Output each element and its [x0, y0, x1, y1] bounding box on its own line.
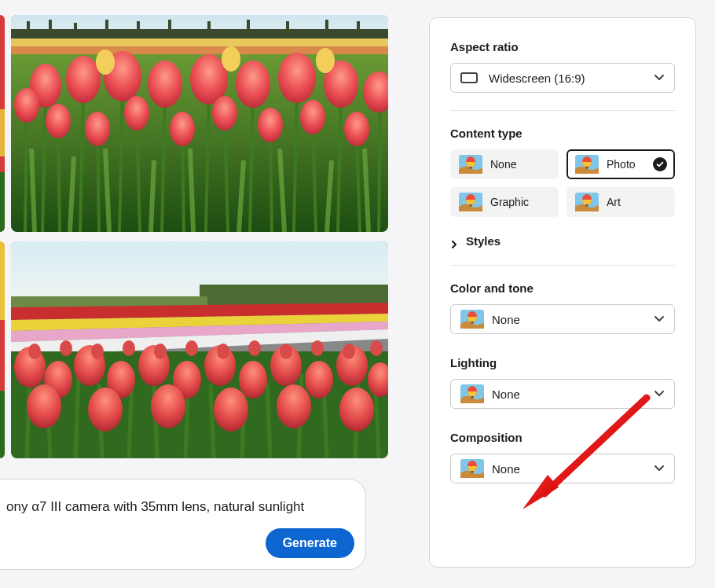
content-type-graphic[interactable]: Graphic	[450, 187, 559, 217]
check-icon	[653, 157, 667, 171]
generated-image[interactable]	[11, 241, 388, 458]
balloon-icon	[460, 384, 484, 403]
lighting-select[interactable]: None	[450, 379, 675, 409]
svg-line-30	[182, 133, 184, 232]
svg-point-54	[236, 61, 270, 108]
svg-point-101	[305, 361, 333, 399]
chevron-down-icon	[654, 388, 665, 399]
svg-point-110	[28, 344, 41, 359]
balloon-icon	[459, 155, 482, 174]
svg-line-40	[31, 149, 35, 232]
svg-point-111	[60, 340, 72, 356]
prompt-input[interactable]: ony α7 III camera with 35mm lens, natura…	[0, 498, 365, 516]
svg-point-104	[27, 384, 61, 428]
balloon-icon	[575, 193, 599, 211]
styles-label: Styles	[466, 234, 500, 248]
svg-line-43	[151, 160, 154, 232]
svg-point-119	[311, 340, 324, 356]
svg-point-121	[370, 340, 383, 356]
svg-point-63	[212, 96, 237, 130]
balloon-icon	[459, 193, 482, 211]
chevron-down-icon	[654, 463, 665, 474]
svg-point-105	[88, 388, 123, 432]
svg-rect-4	[0, 320, 5, 391]
svg-line-34	[270, 129, 272, 232]
svg-rect-15	[247, 20, 250, 31]
svg-point-66	[344, 112, 369, 146]
svg-rect-8	[27, 21, 30, 31]
svg-line-44	[190, 149, 193, 232]
svg-point-59	[46, 104, 71, 138]
divider	[450, 265, 675, 266]
svg-rect-9	[49, 20, 52, 31]
svg-rect-1	[0, 109, 5, 156]
svg-rect-7	[11, 29, 388, 40]
content-type-option-label: Graphic	[490, 196, 529, 208]
content-type-option-label: Photo	[607, 158, 636, 171]
chevron-down-icon	[654, 72, 665, 83]
prompt-box: ony α7 III camera with 35mm lens, natura…	[0, 479, 366, 570]
svg-point-69	[316, 48, 335, 73]
content-type-photo[interactable]: Photo	[566, 149, 675, 179]
svg-rect-122	[461, 73, 477, 83]
svg-point-99	[239, 361, 267, 399]
balloon-icon	[460, 310, 484, 329]
svg-point-67	[96, 50, 115, 75]
svg-point-107	[214, 388, 248, 432]
svg-rect-13	[168, 20, 171, 31]
content-type-none[interactable]: None	[450, 149, 559, 179]
chevron-down-icon	[654, 314, 665, 325]
generate-button[interactable]: Generate	[266, 528, 354, 558]
svg-point-114	[154, 344, 167, 359]
svg-point-109	[339, 388, 374, 432]
svg-point-68	[222, 46, 240, 72]
svg-point-58	[14, 88, 39, 123]
prev-result-sliver	[0, 15, 5, 232]
svg-point-64	[258, 108, 283, 142]
svg-line-22	[25, 109, 27, 232]
composition-label: Composition	[450, 431, 675, 444]
widescreen-icon	[460, 72, 478, 84]
content-type-option-label: Art	[607, 196, 621, 208]
svg-line-39	[379, 101, 380, 232]
balloon-icon	[575, 155, 599, 174]
styles-toggle[interactable]: Styles	[450, 234, 675, 248]
composition-value: None	[492, 462, 520, 476]
svg-rect-5	[0, 391, 5, 458]
balloon-icon	[460, 459, 484, 478]
composition-select[interactable]: None	[450, 454, 675, 483]
prev-result-sliver	[0, 241, 5, 458]
content-type-option-label: None	[490, 158, 516, 171]
svg-rect-10	[74, 23, 77, 31]
svg-point-61	[124, 96, 149, 130]
color-tone-value: None	[492, 313, 520, 326]
svg-point-117	[248, 340, 261, 356]
svg-point-55	[278, 53, 316, 103]
svg-point-116	[217, 344, 229, 359]
lighting-value: None	[492, 388, 520, 401]
svg-rect-17	[325, 20, 328, 31]
svg-point-106	[151, 384, 185, 428]
svg-rect-3	[0, 241, 5, 320]
svg-point-113	[123, 340, 135, 356]
content-type-label: Content type	[450, 127, 675, 140]
svg-rect-12	[137, 21, 140, 31]
svg-rect-14	[207, 21, 211, 31]
svg-point-120	[343, 344, 355, 359]
svg-rect-2	[0, 172, 5, 232]
svg-line-24	[58, 125, 60, 232]
generated-image[interactable]	[11, 15, 388, 232]
color-tone-select[interactable]: None	[450, 304, 675, 334]
svg-rect-16	[286, 21, 289, 31]
svg-point-50	[66, 56, 101, 103]
aspect-ratio-value: Widescreen (16:9)	[489, 72, 585, 85]
svg-rect-18	[357, 21, 360, 31]
aspect-ratio-select[interactable]: Widescreen (16:9)	[450, 63, 675, 93]
svg-point-60	[85, 112, 110, 146]
svg-point-108	[277, 384, 311, 428]
svg-point-52	[148, 61, 182, 108]
svg-line-26	[97, 133, 99, 232]
content-type-art[interactable]: Art	[566, 187, 675, 217]
color-tone-label: Color and tone	[450, 281, 675, 295]
aspect-ratio-label: Aspect ratio	[450, 40, 675, 53]
